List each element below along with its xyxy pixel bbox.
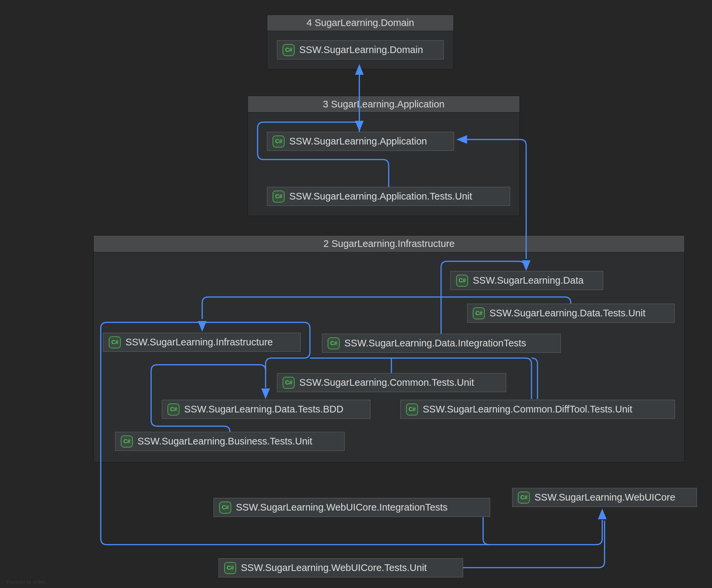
csharp-project-icon: C# [518, 491, 530, 504]
node-application-label: SSW.SugarLearning.Application [289, 136, 427, 147]
node-data-label: SSW.SugarLearning.Data [473, 275, 584, 286]
csharp-project-icon: C# [328, 337, 340, 350]
node-application-tests-unit-label: SSW.SugarLearning.Application.Tests.Unit [289, 191, 472, 202]
node-data-integration-tests[interactable]: C# SSW.SugarLearning.Data.IntegrationTes… [322, 334, 561, 353]
csharp-project-icon: C# [283, 377, 295, 389]
node-data-integration-tests-label: SSW.SugarLearning.Data.IntegrationTests [344, 338, 526, 349]
node-data-tests-unit[interactable]: C# SSW.SugarLearning.Data.Tests.Unit [467, 304, 675, 323]
node-data-tests-unit-label: SSW.SugarLearning.Data.Tests.Unit [490, 308, 645, 319]
node-common-tests-unit-label: SSW.SugarLearning.Common.Tests.Unit [299, 377, 474, 388]
node-webuicore-integration-tests-label: SSW.SugarLearning.WebUICore.IntegrationT… [236, 502, 448, 513]
csharp-project-icon: C# [219, 502, 231, 513]
csharp-project-icon: C# [406, 403, 418, 416]
node-webuicore-label: SSW.SugarLearning.WebUICore [535, 492, 675, 503]
node-common-difftool-tests-unit-label: SSW.SugarLearning.Common.DiffTool.Tests.… [423, 404, 632, 415]
csharp-project-icon: C# [168, 403, 179, 416]
csharp-project-icon: C# [224, 562, 236, 574]
node-webuicore-integration-tests[interactable]: C# SSW.SugarLearning.WebUICore.Integrati… [214, 498, 490, 517]
csharp-project-icon: C# [121, 436, 133, 447]
node-domain-label: SSW.SugarLearning.Domain [299, 44, 423, 56]
csharp-project-icon: C# [283, 44, 295, 56]
node-data-tests-bdd[interactable]: C# SSW.SugarLearning.Data.Tests.BDD [162, 400, 370, 419]
node-business-tests-unit[interactable]: C# SSW.SugarLearning.Business.Tests.Unit [115, 432, 345, 451]
node-common-difftool-tests-unit[interactable]: C# SSW.SugarLearning.Common.DiffTool.Tes… [401, 400, 675, 419]
dependency-diagram-canvas: 4 SugarLearning.Domain 3 SugarLearning.A… [0, 0, 712, 588]
node-webuicore-tests-unit-label: SSW.SugarLearning.WebUICore.Tests.Unit [241, 562, 427, 573]
node-common-tests-unit[interactable]: C# SSW.SugarLearning.Common.Tests.Unit [277, 373, 506, 392]
csharp-project-icon: C# [273, 191, 285, 203]
node-data[interactable]: C# SSW.SugarLearning.Data [450, 271, 603, 290]
node-domain[interactable]: C# SSW.SugarLearning.Domain [277, 40, 444, 59]
node-business-tests-unit-label: SSW.SugarLearning.Business.Tests.Unit [137, 436, 312, 447]
node-application[interactable]: C# SSW.SugarLearning.Application [267, 132, 454, 151]
csharp-project-icon: C# [456, 275, 468, 287]
node-infrastructure[interactable]: C# SSW.SugarLearning.Infrastructure [103, 333, 301, 352]
csharp-project-icon: C# [109, 336, 121, 349]
node-webuicore-tests-unit[interactable]: C# SSW.SugarLearning.WebUICore.Tests.Uni… [218, 558, 463, 577]
csharp-project-icon: C# [273, 135, 285, 147]
node-webuicore[interactable]: C# SSW.SugarLearning.WebUICore [512, 488, 697, 507]
node-data-tests-bdd-label: SSW.SugarLearning.Data.Tests.BDD [184, 404, 343, 415]
yfiles-watermark: Powered by yFiles [7, 579, 45, 585]
csharp-project-icon: C# [473, 307, 485, 319]
node-infrastructure-label: SSW.SugarLearning.Infrastructure [126, 337, 273, 348]
node-application-tests-unit[interactable]: C# SSW.SugarLearning.Application.Tests.U… [267, 187, 510, 206]
